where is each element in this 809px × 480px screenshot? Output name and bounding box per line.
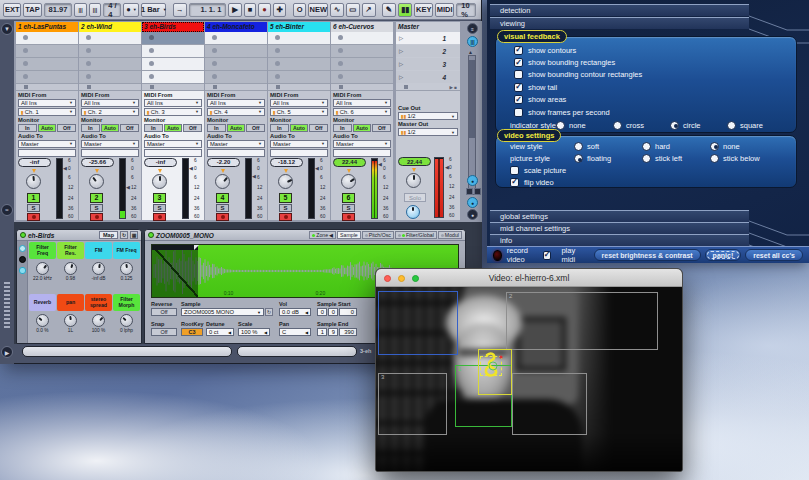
- monitor-off-button[interactable]: Off: [246, 124, 265, 132]
- midi-channel-select[interactable]: ▮Ch. 5▼: [270, 108, 328, 116]
- section-global-settings[interactable]: global settings: [490, 210, 749, 222]
- macro-view-icon[interactable]: [19, 245, 26, 252]
- pause-scenes-icon[interactable]: |||: [467, 36, 478, 47]
- radio-none[interactable]: [556, 121, 565, 130]
- track-volume-display[interactable]: -inf: [18, 158, 51, 167]
- clip-slot[interactable]: [268, 45, 330, 57]
- checkbox-show-contours[interactable]: ✓: [514, 46, 523, 55]
- clip-slot[interactable]: [331, 71, 393, 83]
- tab-pitchosc[interactable]: Pitch/Osc: [362, 231, 394, 239]
- menu-icon[interactable]: ≡: [467, 23, 478, 34]
- browser-toggle-button[interactable]: ▼: [1, 23, 13, 35]
- radio-hard[interactable]: [642, 142, 651, 151]
- snap-button[interactable]: Off: [151, 328, 177, 336]
- refresh-icon[interactable]: ↻: [120, 231, 128, 239]
- device-header[interactable]: eh-Birds Map ↻ ▦: [17, 230, 141, 241]
- solo-button[interactable]: S: [90, 204, 103, 212]
- envelope-box-button[interactable]: ▭: [346, 3, 360, 17]
- tab-sample[interactable]: Sample: [337, 231, 361, 239]
- sample-end-value[interactable]: 9: [328, 328, 338, 336]
- master-out-select[interactable]: ▮▮1/2▼: [398, 128, 458, 136]
- clip-slot[interactable]: [205, 71, 267, 83]
- clip-slot[interactable]: [16, 58, 78, 70]
- audio-to-select[interactable]: Master▼: [144, 140, 202, 148]
- sample-start-value[interactable]: 0: [339, 308, 357, 316]
- action-button-1[interactable]: panic!: [705, 249, 742, 261]
- track-activator-button[interactable]: 3: [153, 193, 166, 203]
- stop-clips-row[interactable]: [142, 84, 204, 91]
- checkbox-show-areas[interactable]: ✓: [514, 95, 523, 104]
- device-power-icon[interactable]: [148, 232, 154, 238]
- monitor-in-button[interactable]: In: [144, 124, 163, 132]
- section-info[interactable]: info: [490, 234, 749, 246]
- midi-channel-select[interactable]: ▮Ch. 3▼: [144, 108, 202, 116]
- status-strip[interactable]: [22, 346, 232, 357]
- pan-value[interactable]: C◀: [279, 328, 311, 336]
- monitor-off-button[interactable]: Off: [57, 124, 76, 132]
- midi-from-select[interactable]: All Ins▼: [18, 99, 76, 107]
- checkbox-show-bounding-rectangles[interactable]: ✓: [514, 58, 523, 67]
- track-volume-display[interactable]: -18.12: [270, 158, 303, 167]
- clip-slot[interactable]: [205, 32, 267, 44]
- track-activator-button[interactable]: 6: [342, 193, 355, 203]
- pan-knob[interactable]: [26, 174, 41, 189]
- monitor-in-button[interactable]: In: [207, 124, 226, 132]
- new-button[interactable]: NEW: [308, 3, 328, 17]
- fader-pointer-icon[interactable]: ◀: [189, 165, 193, 171]
- macro-map-button[interactable]: Map: [99, 231, 118, 239]
- vol-value[interactable]: 0.0 dB◀: [279, 308, 311, 316]
- radio-circle[interactable]: [670, 121, 679, 130]
- solo-button[interactable]: S: [27, 204, 40, 212]
- macro-knob[interactable]: [36, 314, 49, 327]
- tap-tempo-button[interactable]: TAP: [23, 3, 41, 17]
- midi-from-select[interactable]: All Ins▼: [270, 99, 328, 107]
- clip-slot[interactable]: [16, 32, 78, 44]
- arm-record-button[interactable]: [216, 213, 229, 221]
- track-volume-display[interactable]: 22.44: [333, 158, 366, 167]
- macro-knob[interactable]: [92, 314, 105, 327]
- monitor-auto-button[interactable]: Auto: [38, 124, 57, 132]
- track-volume-display[interactable]: -2.20: [207, 158, 240, 167]
- audio-to-select[interactable]: Master▼: [207, 140, 265, 148]
- monitor-auto-button[interactable]: Auto: [290, 124, 309, 132]
- track-activator-button[interactable]: 4: [216, 193, 229, 203]
- pan-knob[interactable]: [278, 174, 293, 189]
- track-activator-button[interactable]: 1: [27, 193, 40, 203]
- track-title[interactable]: 3 eh-Birds: [142, 22, 204, 32]
- sample-end-value[interactable]: 1: [317, 328, 327, 336]
- track-activator-button[interactable]: 5: [279, 193, 292, 203]
- monitor-in-button[interactable]: In: [333, 124, 352, 132]
- cue-volume-knob[interactable]: [406, 205, 420, 219]
- show-mixer-toggle[interactable]: ●: [467, 197, 478, 208]
- clip-slot[interactable]: [205, 58, 267, 70]
- monitor-auto-button[interactable]: Auto: [227, 124, 246, 132]
- solo-button[interactable]: S: [279, 204, 292, 212]
- midi-from-select[interactable]: All Ins▼: [333, 99, 391, 107]
- envelope-line-button[interactable]: ↗: [362, 3, 376, 17]
- time-signature-display[interactable]: 4 / 4: [103, 3, 121, 17]
- zoom-icon[interactable]: [412, 275, 419, 282]
- audio-to-select[interactable]: Master▼: [333, 140, 391, 148]
- clip-view-toggle-button[interactable]: ▶: [1, 346, 13, 358]
- loop-button[interactable]: O: [293, 3, 306, 17]
- master-solo-button[interactable]: Solo: [404, 193, 426, 202]
- stop-all-clips-row[interactable]: ▶ ■: [396, 84, 460, 91]
- stop-button[interactable]: ■: [244, 3, 257, 17]
- device-view-icon[interactable]: [19, 267, 26, 274]
- status-strip[interactable]: [237, 346, 357, 357]
- master-pan-knob[interactable]: [406, 173, 421, 188]
- audio-to-select[interactable]: Master▼: [81, 140, 139, 148]
- clip-slot[interactable]: [268, 32, 330, 44]
- key-map-button[interactable]: KEY: [414, 3, 433, 17]
- envelope-wave-button[interactable]: ∿: [330, 3, 344, 17]
- macro-knob[interactable]: [120, 314, 133, 327]
- monitor-in-button[interactable]: In: [18, 124, 37, 132]
- stop-clips-row[interactable]: [205, 84, 267, 91]
- section-viewing[interactable]: viewing: [490, 17, 749, 29]
- start-marker-icon[interactable]: [194, 245, 199, 250]
- tab-filterglobal[interactable]: Filter/Global: [395, 231, 437, 239]
- quantization-select[interactable]: 1 Bar▼: [141, 3, 166, 17]
- record-button[interactable]: ●: [258, 3, 271, 17]
- midi-channel-select[interactable]: ▮Ch. 2▼: [81, 108, 139, 116]
- clip-slot[interactable]: [142, 71, 204, 83]
